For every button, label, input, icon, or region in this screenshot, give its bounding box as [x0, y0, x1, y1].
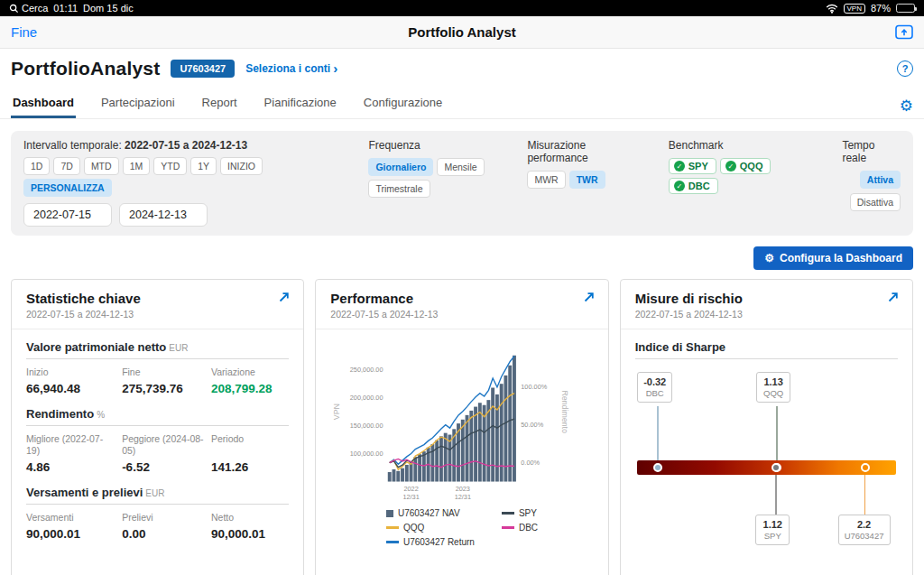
- tab-dashboard[interactable]: Dashboard: [11, 88, 76, 118]
- stat-value: 90,000.01: [26, 527, 115, 541]
- range-button-7d[interactable]: 7D: [53, 157, 79, 175]
- gear-icon: ⚙: [764, 252, 774, 264]
- stat-value: 275,739.76: [122, 382, 204, 395]
- section-title: Valore patrimoniale netto: [26, 340, 166, 354]
- vpn-badge: VPN: [844, 4, 865, 14]
- legend-label: SPY: [519, 508, 537, 518]
- tab-report[interactable]: Report: [200, 88, 239, 118]
- section-title: Rendimento: [26, 407, 94, 421]
- tab-configurazione[interactable]: Configurazione: [362, 88, 444, 118]
- range-button-inizio[interactable]: INIZIO: [220, 157, 263, 175]
- window-export-icon[interactable]: [895, 24, 913, 40]
- legend-label: U7603427 Return: [403, 537, 475, 547]
- section-unit: %: [97, 410, 105, 420]
- frequency-label: Frequenza: [368, 139, 505, 152]
- axis-text: 0.00%: [522, 459, 541, 467]
- sharpe-value: -0.32: [643, 376, 666, 387]
- chart-legend: U7603427 NAVQQQU7603427 ReturnSPYDBC: [386, 508, 538, 547]
- sharpe-gradient-bar: [637, 460, 896, 475]
- status-right: VPN 87%: [826, 3, 915, 14]
- stat-field-prelievi: Prelievi0.00: [122, 512, 204, 541]
- line-swatch: [386, 541, 399, 543]
- benchmark-spy[interactable]: ✓SPY: [669, 158, 716, 174]
- sharpe-section-header: Indice di Sharpe: [635, 340, 898, 359]
- range-button-1d[interactable]: 1D: [23, 157, 50, 175]
- range-button-mtd[interactable]: MTD: [84, 157, 119, 175]
- stat-label: Variazione: [211, 366, 289, 379]
- axis-text: 2023: [456, 485, 470, 493]
- line-swatch: [502, 512, 514, 515]
- range-button-1y[interactable]: 1Y: [190, 157, 217, 175]
- done-button[interactable]: Fine: [11, 24, 37, 40]
- frequency-button-giornaliero[interactable]: Giornaliero: [368, 158, 433, 176]
- date-row: 2022-07-15 2024-12-13: [23, 203, 346, 227]
- range-button-personalizza[interactable]: PERSONALIZZA: [23, 179, 112, 197]
- range-button-1m[interactable]: 1M: [123, 157, 151, 175]
- realtime-label: Tempo reale: [842, 139, 901, 164]
- key-stats-header: Statistiche chiave 2022-07-15 a 2024-12-…: [12, 280, 303, 329]
- select-accounts-button[interactable]: Seleziona i conti ›: [245, 62, 337, 75]
- benchmark-qqq[interactable]: ✓QQQ: [720, 158, 772, 174]
- stat-value: 141.26: [211, 460, 289, 474]
- frequency-button-trimestrale[interactable]: Trimestrale: [368, 180, 430, 198]
- date-to-input[interactable]: 2024-12-13: [119, 203, 208, 227]
- realtime-buttons: AttivaDisattiva: [850, 171, 901, 211]
- key-stats-card: Statistiche chiave 2022-07-15 a 2024-12-…: [11, 279, 304, 575]
- date-from-input[interactable]: 2022-07-15: [23, 203, 112, 227]
- sharpe-value: 1.12: [762, 519, 783, 530]
- stats-section-rendimento: Rendimento%Migliore (2022-07-19)4.86Pegg…: [26, 407, 289, 474]
- realtime-button-disattiva[interactable]: Disattiva: [850, 193, 901, 211]
- stat-label: Prelievi: [122, 512, 204, 524]
- callout-line-qqq: [776, 406, 778, 460]
- line-swatch: [502, 526, 514, 529]
- tab-pianificazione[interactable]: Pianificazione: [263, 88, 338, 118]
- axis-text: 50.00%: [522, 421, 544, 429]
- expand-icon[interactable]: [887, 291, 900, 303]
- axis-text: 200,000.00: [350, 394, 383, 402]
- configure-row: ⚙ Configura la Dashboard: [0, 236, 924, 270]
- frequency-buttons: GiornalieroMensileTrimestrale: [368, 158, 505, 198]
- stat-field-periodo: Periodo141.26: [211, 433, 289, 474]
- spotlight-search[interactable]: Cerca: [9, 3, 48, 14]
- performance-measure-column: Misurazione performance MWRTWR: [527, 139, 646, 227]
- range-button-ytd[interactable]: YTD: [153, 157, 187, 175]
- section-header: Rendimento%: [26, 407, 289, 426]
- stat-value: 66,940.48: [26, 382, 115, 395]
- line-swatch: [386, 526, 399, 529]
- benchmark-ticker: SPY: [688, 161, 708, 172]
- select-accounts-label: Seleziona i conti: [245, 62, 330, 75]
- stat-field-migliore-2022-07-19-: Migliore (2022-07-19)4.86: [26, 433, 115, 474]
- benchmark-label: Benchmark: [669, 139, 821, 152]
- performance-card: Performance 2022-07-15 a 2024-12-13 100,…: [315, 279, 608, 575]
- performance-button-twr[interactable]: TWR: [569, 171, 605, 189]
- risk-header: Misure di rischio 2022-07-15 a 2024-12-1…: [621, 280, 912, 329]
- axis-text: 12/31: [455, 493, 471, 501]
- axis-text: 12/31: [403, 493, 420, 501]
- portfolio-analyst-app: Cerca 01:11 Dom 15 dic VPN 87% Fine Port…: [0, 0, 924, 575]
- sharpe-name: DBC: [643, 388, 666, 398]
- check-icon: ✓: [674, 181, 685, 191]
- expand-icon[interactable]: [278, 291, 291, 303]
- stats-grid: Inizio66,940.48Fine275,739.76Variazione2…: [26, 366, 289, 395]
- stat-value: -6.52: [122, 460, 204, 474]
- performance-chart: 100,000.00150,000.00200,000.00250,000.00…: [323, 331, 600, 505]
- interval-label: Intervallo temporale: 2022-07-15 a 2024-…: [23, 139, 346, 152]
- stat-field-versamenti: Versamenti90,000.01: [26, 512, 115, 541]
- stat-field-peggiore-2024-08-05-: Peggiore (2024-08-05)-6.52: [122, 433, 204, 474]
- help-icon[interactable]: ?: [897, 60, 913, 77]
- legend-item-spy: SPY: [502, 508, 538, 518]
- benchmark-dbc[interactable]: ✓DBC: [669, 178, 718, 194]
- performance-button-mwr[interactable]: MWR: [527, 171, 565, 189]
- configure-dashboard-button[interactable]: ⚙ Configura la Dashboard: [753, 246, 913, 270]
- stats-section-versamenti-e-prelievi: Versamenti e prelieviEURVersamenti90,000…: [26, 486, 289, 541]
- sharpe-name: U7603427: [845, 531, 884, 541]
- gauge-dot-u7603427: [861, 463, 870, 472]
- expand-icon[interactable]: [583, 291, 596, 303]
- tab-partecipazioni[interactable]: Partecipazioni: [99, 88, 177, 118]
- account-badge[interactable]: U7603427: [171, 60, 235, 78]
- settings-gear-icon[interactable]: ⚙: [900, 97, 913, 118]
- stat-label: Peggiore (2024-08-05): [122, 433, 204, 458]
- stat-label: Migliore (2022-07-19): [26, 433, 115, 458]
- realtime-button-attiva[interactable]: Attiva: [860, 171, 901, 189]
- frequency-button-mensile[interactable]: Mensile: [437, 158, 484, 176]
